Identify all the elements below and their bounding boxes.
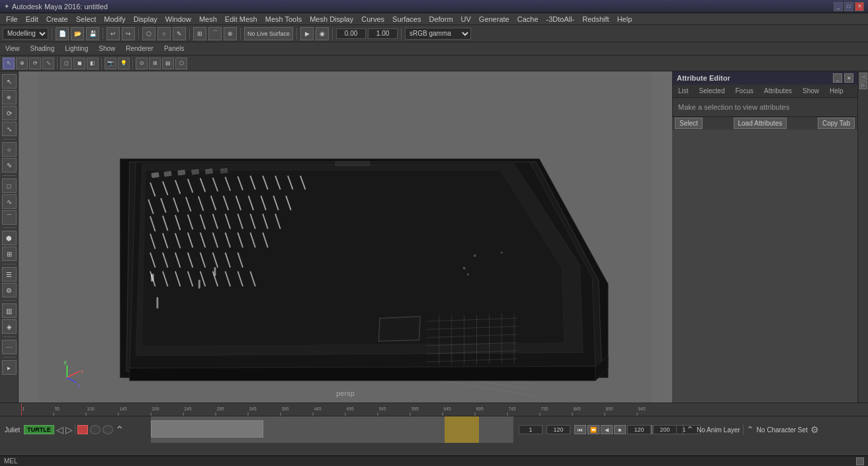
move-tool-lt[interactable]: ⊕ [2,90,17,104]
extra1-lt[interactable]: ⋯ [2,340,17,354]
rp-tab-attributes[interactable]: Attributes [761,86,795,96]
redo-button[interactable]: ↪ [122,27,135,40]
rotate-tool-button[interactable]: ⟳ [29,58,41,69]
layer-icon-red[interactable] [77,425,88,434]
panel-tab-shading[interactable]: Shading [28,44,58,54]
minimize-button[interactable]: _ [834,2,843,11]
snap-lt[interactable]: ○ [2,142,17,157]
panel-tab-view[interactable]: View [3,44,22,54]
x-coord-input[interactable] [336,28,366,39]
rotate-tool-lt[interactable]: ⟳ [2,106,17,120]
rp-tab-help[interactable]: Help [827,86,846,96]
new-file-button[interactable]: 📄 [56,27,69,40]
go-to-start-button[interactable]: ⏮ [574,425,586,434]
rp-tab-selected[interactable]: Selected [697,86,728,96]
menu-item-cache[interactable]: Cache [514,15,542,24]
settings-lt[interactable]: ⚙ [2,283,17,297]
deformer-lt[interactable]: ⬢ [2,231,17,245]
copy-tab-button[interactable]: Copy Tab [818,118,855,129]
ep-curve-lt[interactable]: ⌒ [2,210,17,225]
menu-item-mesh[interactable]: Mesh [196,15,220,24]
lattice-lt[interactable]: ⊞ [2,247,17,261]
select-mode-button[interactable]: ↖ [3,58,15,69]
create-curve-lt[interactable]: ∿ [2,194,17,209]
scale-tool-lt[interactable]: ⤡ [2,122,17,136]
snap-point-button[interactable]: ⊕ [224,27,237,40]
no-live-surface-button[interactable]: No Live Surface [244,27,293,40]
layer-prev-button[interactable]: ◁ [56,424,64,435]
menu-item-help[interactable]: Help [614,15,636,24]
save-file-button[interactable]: 💾 [86,27,99,40]
rp-tab-list[interactable]: List [675,86,691,96]
attr-lt[interactable]: ☰ [2,267,17,282]
panel-tab-show[interactable]: Show [96,44,118,54]
load-attributes-button[interactable]: Load Attributes [734,118,787,129]
outer-right-btn-2[interactable]: ▷ [859,81,867,89]
menu-item-redshift[interactable]: Redshift [579,15,612,24]
timeline-ruler[interactable]: 1 55 100 145 200 245 [0,403,868,416]
timeline-main[interactable] [151,416,513,443]
play-back-button[interactable]: ◀ [601,425,613,434]
select-button[interactable]: Select [675,118,703,129]
resolution-button[interactable]: ⬡ [175,58,187,69]
anim-end-input[interactable] [627,425,651,434]
lasso-tool-button[interactable]: ○ [157,27,171,40]
panel-tab-lighting[interactable]: Lighting [62,44,91,54]
menu-item-create[interactable]: Create [43,15,71,24]
snap-curve-button[interactable]: ⌒ [208,27,222,40]
rp-minimize-button[interactable]: _ [833,73,842,83]
rp-tab-focus[interactable]: Focus [732,86,756,96]
create-poly-lt[interactable]: □ [2,178,17,193]
menu-item-select[interactable]: Select [73,15,100,24]
light-button[interactable]: 💡 [118,58,130,69]
layer-icon-circle[interactable] [90,425,101,434]
rp-close-button[interactable]: ✕ [844,73,853,83]
undo-button[interactable]: ↩ [107,27,120,40]
wireframe-button[interactable]: ◻ [60,58,72,69]
move-tool-button[interactable]: ⊕ [16,58,28,69]
layer-icon-sphere[interactable] [103,425,113,434]
select-tool-lt[interactable]: ↖ [2,74,17,89]
anim-layer-expand[interactable]: ⌃ [686,424,694,435]
char-set-expand[interactable]: ⌃ [746,424,754,435]
status-bar-expand[interactable] [856,457,864,465]
y-coord-input[interactable] [368,28,398,39]
camera-button[interactable]: 📷 [105,58,116,69]
isolate-button[interactable]: ⊙ [136,58,148,69]
color-mode-selector[interactable]: sRGB gamma [405,28,471,40]
smooth-button[interactable]: ◼ [73,58,85,69]
open-file-button[interactable]: 📂 [71,27,84,40]
menu-item-mesh-tools[interactable]: Mesh Tools [262,15,305,24]
outer-right-btn-1[interactable]: ◁ [859,73,867,81]
viewport[interactable]: x y z persp [19,71,672,403]
paint-tool-button[interactable]: ✎ [173,27,186,40]
ipr-button[interactable]: ◉ [316,27,329,40]
panel-tab-panels[interactable]: Panels [161,44,187,54]
paint-lt[interactable]: ✎ [2,158,17,173]
menu-item--3dtoall-[interactable]: -3DtoAll- [543,15,578,24]
char-set-settings[interactable]: ⚙ [810,424,819,435]
menu-item-file[interactable]: File [3,15,21,24]
menu-item-modify[interactable]: Modify [101,15,128,24]
grid-button[interactable]: ⊞ [149,58,161,69]
frame-end-input[interactable] [546,425,570,434]
anim-range-end-input[interactable] [653,425,677,434]
panel-tab-renderer[interactable]: Renderer [123,44,156,54]
menu-item-surfaces[interactable]: Surfaces [389,15,424,24]
snap-grid-button[interactable]: ⊞ [193,27,206,40]
layer-expand-button[interactable]: ⌃ [115,424,124,436]
menu-item-curves[interactable]: Curves [358,15,388,24]
select-tool-button[interactable]: ⬡ [142,27,155,40]
scale-tool-button[interactable]: ⤡ [42,58,54,69]
layer-next-button[interactable]: ▷ [65,424,73,435]
menu-item-display[interactable]: Display [130,15,161,24]
xray-lt[interactable]: ◈ [2,319,17,334]
close-button[interactable]: ✕ [855,2,864,11]
title-bar-controls[interactable]: _ □ ✕ [834,2,864,11]
frame-start-input[interactable] [519,425,542,434]
render-lt[interactable]: ▥ [2,303,17,318]
menu-item-window[interactable]: Window [162,15,195,24]
workspace-selector[interactable]: Modelling [3,28,48,40]
render-button[interactable]: ▶ [300,27,314,40]
menu-item-mesh-display[interactable]: Mesh Display [306,15,357,24]
